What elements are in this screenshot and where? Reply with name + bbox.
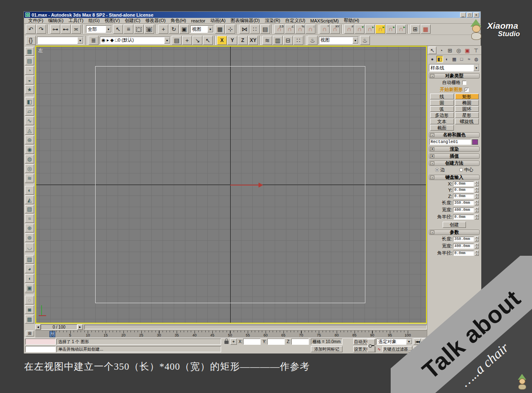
rollout-interpolation[interactable]: + 插值 [429,153,480,159]
minimize-button[interactable]: _ [460,12,466,17]
left-viewport[interactable]: 左 [35,46,427,324]
water-icon[interactable]: ≈ [25,214,34,223]
select-object-icon[interactable]: ↖ [113,25,123,34]
next-frame-arrow[interactable]: ▸ [77,324,83,330]
spinner-control[interactable]: ▲▼ [475,193,479,199]
snap-option-3-icon[interactable]: ∩▸ [375,25,385,34]
close-button[interactable]: × [473,12,479,17]
spinner-down-icon[interactable]: ▼ [475,184,479,187]
menu-item[interactable]: 文件(F) [26,17,46,24]
autogrid-checkbox[interactable] [462,81,466,85]
radio-边[interactable] [435,168,439,172]
preview-window-icon[interactable]: ▣ [25,284,34,292]
menu-item[interactable]: 组(G) [86,17,102,24]
add-layer-icon[interactable]: + [182,36,192,45]
menu-item[interactable]: reactor [189,18,208,23]
render-preset-dropdown[interactable]: 视图▼ [319,37,359,44]
rectangular-selection-icon[interactable]: ▢ [134,25,144,34]
soft-body-collection-icon[interactable]: ◔ [25,66,34,75]
create-tab[interactable]: ↖ [429,47,436,54]
track-bar-strip[interactable] [84,325,427,329]
menu-item[interactable]: 工具(T) [66,17,86,24]
chevron-down-icon[interactable]: ▼ [164,37,170,44]
titlebar[interactable]: G 01.max - Autodesk 3ds Max 8 SP2 - Stan… [24,12,480,18]
select-and-link-icon[interactable]: ⊶ [50,25,60,34]
selection-lock-icon[interactable] [224,341,229,344]
shape-button-文本[interactable]: 文本 [430,119,454,124]
snap-toggle-icon[interactable]: ∩2.5 [274,25,284,34]
select-scale-icon[interactable]: ▣ [179,25,189,34]
render-scene-icon[interactable]: ⊞ [410,25,420,34]
percent-snap-icon[interactable]: ∩% [295,25,305,34]
parameter-value-field[interactable]: 400.0mm [453,244,474,249]
render-scene-teapot-icon[interactable]: ♨ [308,36,318,45]
motion-tab[interactable]: ◎ [455,47,463,54]
cameras-category[interactable]: ▦ [451,56,458,62]
snap-option-4-icon[interactable]: ∩▸ [386,25,396,34]
shape-button-弧[interactable]: 弧 [430,106,454,112]
layer-dropdown[interactable]: ◉ ▸ ◆ □0 (默认)▼ [100,37,170,44]
coord-system-dropdown[interactable]: 视图▼ [190,25,214,33]
rollout-parameters[interactable]: - 参数 [429,230,480,235]
macro-recorder-line[interactable] [25,339,56,345]
spinner-control[interactable]: ▲▼ [475,200,479,205]
y-coord-field[interactable] [267,339,285,345]
layer-list-icon[interactable]: ▤ [172,36,182,45]
cloth-collection-icon[interactable]: ▤ [25,57,34,65]
creation-method-option-中心[interactable]: 中心 [459,167,473,173]
rollout-rendering[interactable]: + 渲染 [429,146,480,152]
menu-item[interactable]: 动画(A) [208,17,228,24]
ragdoll-icon[interactable]: ★ [25,85,34,94]
deforming-mesh-icon[interactable]: ◧ [25,97,34,106]
attach-to-rigid-body-icon[interactable]: ⊕ [25,224,34,232]
keyboard-override-icon[interactable]: ∩* [320,25,330,34]
spinner-down-icon[interactable]: ▼ [475,196,479,199]
restrict-xy-plane-button[interactable]: XY [248,36,258,45]
wind-icon[interactable]: ≋ [25,174,34,183]
listener-line[interactable] [25,346,56,352]
geometry-category[interactable]: ● [429,56,436,62]
bind-to-space-warp-icon[interactable]: ≍ [71,25,81,34]
named-selection-dropdown[interactable]: ▼ [37,37,84,44]
collapse-icon[interactable]: - [430,74,434,78]
viewport-label[interactable]: 左 [38,47,43,54]
spinner-down-icon[interactable]: ▼ [475,210,479,213]
x-coord-field[interactable] [243,339,261,345]
plane-icon[interactable]: ▱ [25,107,34,116]
curve-editor-icon[interactable]: ▥ [273,36,283,45]
layer-manager-icon[interactable]: ▤ [260,25,270,34]
set-current-layer-icon[interactable]: ↖ [203,36,213,45]
toy-car-icon[interactable]: ◭ [25,195,34,204]
spinner-down-icon[interactable]: ▼ [475,239,479,242]
systems-category[interactable]: ◍ [473,56,480,62]
transform-type-in-icon[interactable]: + [230,339,237,345]
chevron-down-icon[interactable]: ▼ [106,26,111,32]
start-new-shape-button[interactable]: 开始新图形 [440,87,463,93]
shape-button-螺旋线[interactable]: 螺旋线 [455,119,479,124]
dashpot-icon[interactable]: ◬ [25,126,34,135]
cloth-modifier-icon[interactable]: ▨ [25,255,34,264]
chevron-down-icon[interactable]: ▼ [77,37,83,44]
analyze-world-icon[interactable]: ◌ [25,296,34,304]
snap-xy-icon[interactable]: ∩XY [330,25,340,34]
open-mini-curve-editor-button[interactable]: ⊞ [26,331,34,336]
snap-option-1-icon[interactable]: ∩▾ [355,25,365,34]
keyboard-entry-value-field[interactable]: 0.0mm [453,194,474,199]
rollout-object-type[interactable]: - 对象类型 [429,73,480,79]
quick-render-teapot-icon[interactable]: ♨ [360,36,370,45]
start-new-shape-checkbox[interactable]: ✓ [465,88,469,92]
shape-button-圆环[interactable]: 圆环 [455,106,479,112]
point-point-constraint-icon[interactable]: ◉ [25,145,34,154]
undo-icon[interactable]: ↶ [26,25,36,34]
creation-method-option-边[interactable]: 边 [435,167,445,173]
hinge-constraint-icon[interactable]: ⊛ [25,136,34,144]
selection-filter-dropdown[interactable]: 全部▼ [86,25,112,33]
spinner-snap-icon[interactable]: ∩↕ [305,25,315,34]
set-key-mode-key-button[interactable] [367,339,375,352]
prismatic-constraint-icon[interactable]: ◍ [25,155,34,163]
menu-item[interactable]: 创建(C) [122,17,143,24]
spring-icon[interactable]: ∿ [25,116,34,125]
shape-button-圆[interactable]: 圆 [430,100,454,106]
collapse-icon[interactable]: - [430,133,434,137]
motor-icon[interactable]: ◐ [25,186,34,195]
